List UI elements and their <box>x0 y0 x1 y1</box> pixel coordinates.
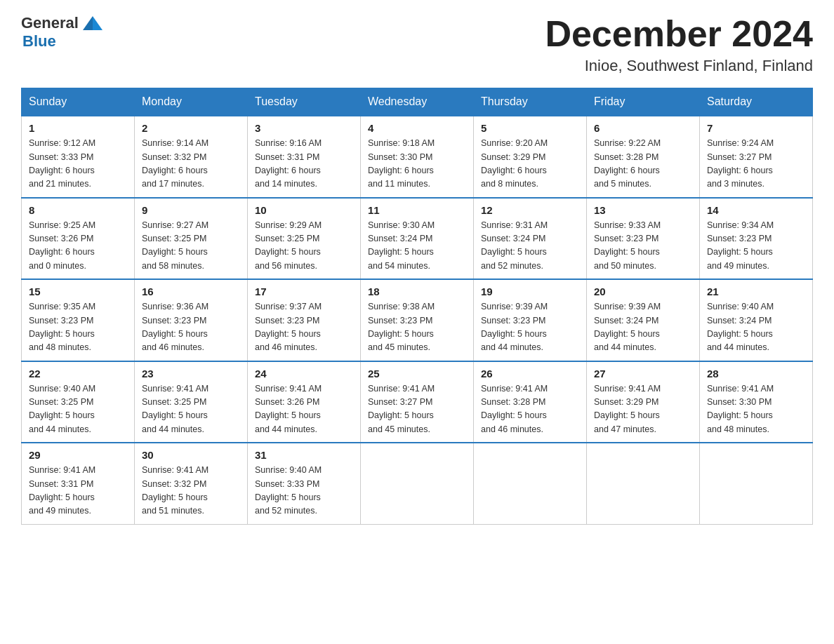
day-number: 4 <box>368 122 466 134</box>
calendar-cell: 11Sunrise: 9:30 AMSunset: 3:24 PMDayligh… <box>361 198 474 280</box>
calendar-cell: 9Sunrise: 9:27 AMSunset: 3:25 PMDaylight… <box>135 198 248 280</box>
header-day-friday: Friday <box>587 88 700 116</box>
logo-general-text: General <box>21 14 79 32</box>
day-number: 25 <box>368 368 466 380</box>
day-number: 3 <box>255 122 353 134</box>
calendar-week-row: 29Sunrise: 9:41 AMSunset: 3:31 PMDayligh… <box>22 443 813 524</box>
day-info: Sunrise: 9:25 AMSunset: 3:26 PMDaylight:… <box>29 219 127 274</box>
calendar-cell: 18Sunrise: 9:38 AMSunset: 3:23 PMDayligh… <box>361 279 474 361</box>
day-number: 14 <box>707 204 805 216</box>
calendar-cell: 22Sunrise: 9:40 AMSunset: 3:25 PMDayligh… <box>22 361 135 443</box>
calendar-cell: 6Sunrise: 9:22 AMSunset: 3:28 PMDaylight… <box>587 116 700 198</box>
day-info: Sunrise: 9:39 AMSunset: 3:24 PMDaylight:… <box>594 300 692 355</box>
calendar-body: 1Sunrise: 9:12 AMSunset: 3:33 PMDaylight… <box>22 116 813 524</box>
calendar-cell: 31Sunrise: 9:40 AMSunset: 3:33 PMDayligh… <box>248 443 361 524</box>
calendar-cell: 17Sunrise: 9:37 AMSunset: 3:23 PMDayligh… <box>248 279 361 361</box>
calendar-cell <box>587 443 700 524</box>
day-info: Sunrise: 9:22 AMSunset: 3:28 PMDaylight:… <box>594 137 692 192</box>
header-day-sunday: Sunday <box>22 88 135 116</box>
page-title: December 2024 <box>545 14 813 54</box>
day-info: Sunrise: 9:40 AMSunset: 3:25 PMDaylight:… <box>29 382 127 437</box>
day-info: Sunrise: 9:41 AMSunset: 3:27 PMDaylight:… <box>368 382 466 437</box>
day-number: 23 <box>142 368 240 380</box>
calendar-cell: 13Sunrise: 9:33 AMSunset: 3:23 PMDayligh… <box>587 198 700 280</box>
logo-triangles <box>81 16 102 30</box>
day-number: 24 <box>255 368 353 380</box>
day-number: 21 <box>707 286 805 297</box>
day-number: 7 <box>707 122 805 134</box>
calendar-cell: 14Sunrise: 9:34 AMSunset: 3:23 PMDayligh… <box>700 198 813 280</box>
calendar-cell: 25Sunrise: 9:41 AMSunset: 3:27 PMDayligh… <box>361 361 474 443</box>
day-info: Sunrise: 9:41 AMSunset: 3:29 PMDaylight:… <box>594 382 692 437</box>
calendar-cell <box>361 443 474 524</box>
calendar-cell: 19Sunrise: 9:39 AMSunset: 3:23 PMDayligh… <box>474 279 587 361</box>
calendar-week-row: 8Sunrise: 9:25 AMSunset: 3:26 PMDaylight… <box>22 198 813 280</box>
calendar-cell: 16Sunrise: 9:36 AMSunset: 3:23 PMDayligh… <box>135 279 248 361</box>
calendar-cell: 24Sunrise: 9:41 AMSunset: 3:26 PMDayligh… <box>248 361 361 443</box>
day-number: 2 <box>142 122 240 134</box>
day-number: 31 <box>255 449 353 461</box>
day-info: Sunrise: 9:29 AMSunset: 3:25 PMDaylight:… <box>255 219 353 274</box>
calendar-header: SundayMondayTuesdayWednesdayThursdayFrid… <box>22 88 813 116</box>
day-number: 12 <box>481 204 579 216</box>
day-number: 28 <box>707 368 805 380</box>
calendar-cell: 2Sunrise: 9:14 AMSunset: 3:32 PMDaylight… <box>135 116 248 198</box>
day-number: 26 <box>481 368 579 380</box>
calendar-week-row: 1Sunrise: 9:12 AMSunset: 3:33 PMDaylight… <box>22 116 813 198</box>
day-info: Sunrise: 9:14 AMSunset: 3:32 PMDaylight:… <box>142 137 240 192</box>
day-number: 17 <box>255 286 353 297</box>
day-info: Sunrise: 9:33 AMSunset: 3:23 PMDaylight:… <box>594 219 692 274</box>
day-number: 6 <box>594 122 692 134</box>
day-info: Sunrise: 9:41 AMSunset: 3:25 PMDaylight:… <box>142 382 240 437</box>
day-number: 18 <box>368 286 466 297</box>
calendar-cell: 5Sunrise: 9:20 AMSunset: 3:29 PMDaylight… <box>474 116 587 198</box>
day-number: 27 <box>594 368 692 380</box>
header-row: SundayMondayTuesdayWednesdayThursdayFrid… <box>22 88 813 116</box>
calendar-week-row: 15Sunrise: 9:35 AMSunset: 3:23 PMDayligh… <box>22 279 813 361</box>
calendar-cell: 29Sunrise: 9:41 AMSunset: 3:31 PMDayligh… <box>22 443 135 524</box>
day-info: Sunrise: 9:16 AMSunset: 3:31 PMDaylight:… <box>255 137 353 192</box>
day-info: Sunrise: 9:35 AMSunset: 3:23 PMDaylight:… <box>29 300 127 355</box>
day-number: 1 <box>29 122 127 134</box>
day-number: 11 <box>368 204 466 216</box>
page-header: General Blue December 2024 Inioe, Southw… <box>21 14 813 75</box>
logo: General Blue <box>21 14 102 51</box>
calendar-cell: 26Sunrise: 9:41 AMSunset: 3:28 PMDayligh… <box>474 361 587 443</box>
calendar-cell: 28Sunrise: 9:41 AMSunset: 3:30 PMDayligh… <box>700 361 813 443</box>
calendar-table: SundayMondayTuesdayWednesdayThursdayFrid… <box>21 88 813 525</box>
calendar-cell: 7Sunrise: 9:24 AMSunset: 3:27 PMDaylight… <box>700 116 813 198</box>
day-info: Sunrise: 9:41 AMSunset: 3:26 PMDaylight:… <box>255 382 353 437</box>
day-info: Sunrise: 9:30 AMSunset: 3:24 PMDaylight:… <box>368 219 466 274</box>
day-number: 16 <box>142 286 240 297</box>
day-info: Sunrise: 9:37 AMSunset: 3:23 PMDaylight:… <box>255 300 353 355</box>
day-info: Sunrise: 9:40 AMSunset: 3:24 PMDaylight:… <box>707 300 805 355</box>
day-number: 13 <box>594 204 692 216</box>
day-info: Sunrise: 9:20 AMSunset: 3:29 PMDaylight:… <box>481 137 579 192</box>
calendar-week-row: 22Sunrise: 9:40 AMSunset: 3:25 PMDayligh… <box>22 361 813 443</box>
calendar-cell: 3Sunrise: 9:16 AMSunset: 3:31 PMDaylight… <box>248 116 361 198</box>
calendar-cell <box>700 443 813 524</box>
calendar-cell: 21Sunrise: 9:40 AMSunset: 3:24 PMDayligh… <box>700 279 813 361</box>
day-number: 19 <box>481 286 579 297</box>
day-info: Sunrise: 9:41 AMSunset: 3:28 PMDaylight:… <box>481 382 579 437</box>
calendar-cell: 4Sunrise: 9:18 AMSunset: 3:30 PMDaylight… <box>361 116 474 198</box>
calendar-cell <box>474 443 587 524</box>
day-number: 8 <box>29 204 127 216</box>
day-number: 10 <box>255 204 353 216</box>
calendar-cell: 23Sunrise: 9:41 AMSunset: 3:25 PMDayligh… <box>135 361 248 443</box>
logo-blue-text: Blue <box>22 32 102 51</box>
calendar-cell: 12Sunrise: 9:31 AMSunset: 3:24 PMDayligh… <box>474 198 587 280</box>
calendar-cell: 8Sunrise: 9:25 AMSunset: 3:26 PMDaylight… <box>22 198 135 280</box>
calendar-cell: 27Sunrise: 9:41 AMSunset: 3:29 PMDayligh… <box>587 361 700 443</box>
calendar-cell: 1Sunrise: 9:12 AMSunset: 3:33 PMDaylight… <box>22 116 135 198</box>
day-info: Sunrise: 9:18 AMSunset: 3:30 PMDaylight:… <box>368 137 466 192</box>
header-day-thursday: Thursday <box>474 88 587 116</box>
day-info: Sunrise: 9:34 AMSunset: 3:23 PMDaylight:… <box>707 219 805 274</box>
day-info: Sunrise: 9:41 AMSunset: 3:32 PMDaylight:… <box>142 464 240 518</box>
calendar-cell: 20Sunrise: 9:39 AMSunset: 3:24 PMDayligh… <box>587 279 700 361</box>
day-number: 20 <box>594 286 692 297</box>
day-number: 5 <box>481 122 579 134</box>
calendar-cell: 30Sunrise: 9:41 AMSunset: 3:32 PMDayligh… <box>135 443 248 524</box>
day-number: 22 <box>29 368 127 380</box>
day-info: Sunrise: 9:39 AMSunset: 3:23 PMDaylight:… <box>481 300 579 355</box>
